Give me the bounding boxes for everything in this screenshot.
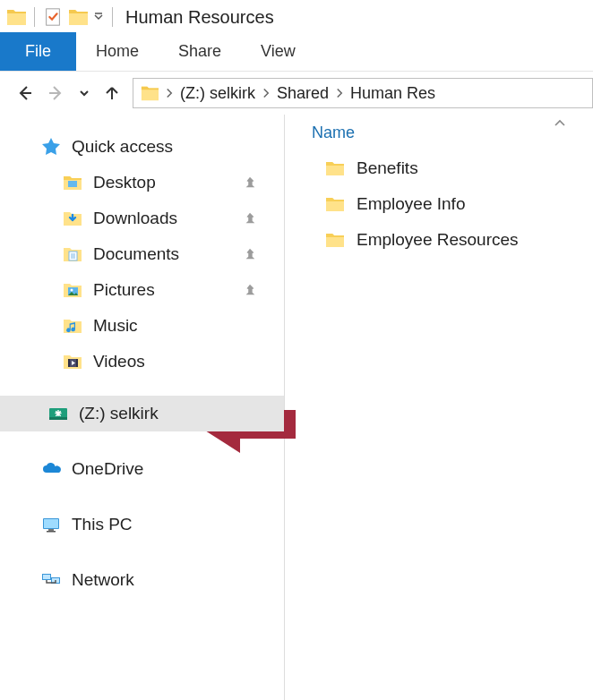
chevron-right-icon[interactable] xyxy=(334,85,345,101)
folder-icon xyxy=(324,229,346,251)
tree-label: Downloads xyxy=(93,209,177,228)
tree-music[interactable]: Music xyxy=(0,308,284,344)
pictures-folder-icon xyxy=(61,278,84,302)
qat-customize-icon[interactable] xyxy=(92,6,105,28)
tree-thispc[interactable]: This PC xyxy=(0,507,284,542)
star-icon xyxy=(39,135,63,158)
folder-icon xyxy=(324,158,346,179)
pin-icon xyxy=(243,211,257,226)
tree-downloads[interactable]: Downloads xyxy=(0,201,284,236)
window-title: Human Resources xyxy=(125,7,274,28)
downloads-folder-icon xyxy=(61,207,84,230)
tree-desktop[interactable]: Desktop xyxy=(0,165,284,201)
tree-pictures[interactable]: Pictures xyxy=(0,272,284,308)
thispc-icon xyxy=(39,513,63,536)
music-folder-icon xyxy=(61,314,84,337)
tab-home[interactable]: Home xyxy=(76,32,159,71)
tree-network[interactable]: Network xyxy=(0,562,284,598)
file-name: Benefits xyxy=(357,158,418,178)
tree-videos[interactable]: Videos xyxy=(0,344,284,380)
tree-label: This PC xyxy=(72,515,133,534)
pin-icon xyxy=(243,247,257,261)
network-drive-icon xyxy=(47,402,70,425)
ribbon: File Home Share View xyxy=(0,32,593,72)
navigation-pane: Quick access Desktop Downloads Documents… xyxy=(0,115,285,700)
crumb-drive[interactable]: (Z:) selkirk xyxy=(180,84,255,103)
tree-label: Network xyxy=(72,570,134,590)
window-icon xyxy=(5,6,27,28)
tree-label: Music xyxy=(93,316,138,336)
crumb-current[interactable]: Human Res xyxy=(350,84,435,103)
tab-file[interactable]: File xyxy=(0,32,76,71)
column-header-name[interactable]: Name xyxy=(297,115,593,150)
network-icon xyxy=(39,568,63,592)
tree-label: OneDrive xyxy=(72,459,143,479)
list-item[interactable]: Benefits xyxy=(297,150,593,186)
list-item[interactable]: Employee Resources xyxy=(297,222,593,258)
body: Quick access Desktop Downloads Documents… xyxy=(0,115,593,700)
chevron-right-icon[interactable] xyxy=(164,85,175,101)
crumb-shared[interactable]: Shared xyxy=(277,84,329,103)
videos-folder-icon xyxy=(61,350,84,373)
tree-documents[interactable]: Documents xyxy=(0,236,284,272)
qat-properties-icon[interactable] xyxy=(42,6,64,28)
file-name: Employee Info xyxy=(357,194,465,214)
tree-group-quick-access: Quick access Desktop Downloads Documents… xyxy=(0,129,284,380)
tree-label: Videos xyxy=(93,352,145,371)
address-bar[interactable]: (Z:) selkirk Shared Human Res xyxy=(133,78,593,108)
pin-icon xyxy=(243,175,257,190)
tree-label: Desktop xyxy=(93,173,156,192)
onedrive-icon xyxy=(39,457,63,481)
nav-recent-button[interactable] xyxy=(77,81,91,105)
separator xyxy=(34,7,35,27)
nav-back-button[interactable] xyxy=(13,81,36,105)
list-item[interactable]: Employee Info xyxy=(297,186,593,222)
documents-folder-icon xyxy=(61,243,84,266)
tree-drive-z[interactable]: (Z:) selkirk xyxy=(0,396,284,431)
nav-forward-button[interactable] xyxy=(45,81,68,105)
tab-view[interactable]: View xyxy=(241,32,315,71)
tab-share[interactable]: Share xyxy=(159,32,241,71)
sort-indicator-icon xyxy=(554,118,566,127)
titlebar: Human Resources xyxy=(0,0,593,32)
column-label: Name xyxy=(312,124,355,142)
content-pane: Name Benefits Employee Info Employee Res… xyxy=(285,115,593,700)
tree-label: Quick access xyxy=(72,137,173,157)
chevron-right-icon[interactable] xyxy=(261,85,271,101)
nav-row: (Z:) selkirk Shared Human Res xyxy=(0,72,593,115)
nav-up-button[interactable] xyxy=(100,81,124,105)
tree-onedrive[interactable]: OneDrive xyxy=(0,451,284,487)
file-name: Employee Resources xyxy=(357,230,519,250)
separator xyxy=(112,7,113,27)
folder-icon xyxy=(324,193,346,215)
pin-icon xyxy=(243,283,257,297)
tree-quick-access[interactable]: Quick access xyxy=(0,129,284,165)
tree-label: Pictures xyxy=(93,280,155,300)
tree-label: Documents xyxy=(93,244,179,264)
tree-label: (Z:) selkirk xyxy=(79,404,159,423)
desktop-folder-icon xyxy=(61,171,84,194)
qat-newfolder-icon[interactable] xyxy=(67,6,89,28)
svg-rect-21 xyxy=(68,181,77,187)
address-folder-icon xyxy=(141,84,159,102)
